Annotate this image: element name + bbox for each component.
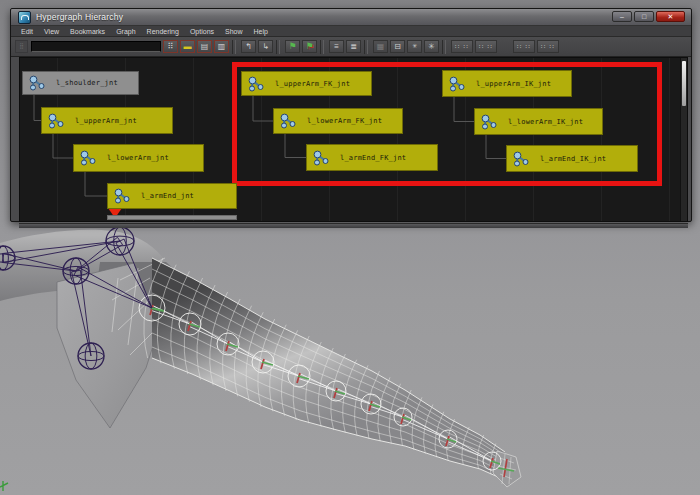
scapula-flap: [57, 263, 158, 428]
titlebar[interactable]: Hypergraph Hierarchy – □ ✕: [11, 9, 691, 26]
delete-bookmark-button[interactable]: ⚑: [302, 40, 317, 53]
partially-visible-node[interactable]: [107, 215, 237, 220]
graph-node-l_armEnd_IK_jnt[interactable]: l_armEnd_IK_jnt: [506, 145, 638, 172]
vertical-scrollbar-thumb[interactable]: [682, 61, 686, 106]
node-label: l_upperArm_FK_jnt: [275, 80, 350, 88]
graph-node-l_upperArm_FK_jnt[interactable]: l_upperArm_FK_jnt: [241, 71, 372, 96]
input-output-connections-button[interactable]: ▬: [180, 40, 195, 53]
joint-icon: [48, 113, 64, 129]
joint-icon: [449, 76, 465, 92]
graph-node-l_armEnd_jnt[interactable]: l_armEnd_jnt: [107, 183, 237, 209]
joint-icon: [114, 188, 130, 204]
maximize-button[interactable]: □: [634, 11, 654, 22]
show-relationships-button[interactable]: ∷ ∷: [475, 40, 497, 53]
minimize-button[interactable]: –: [612, 11, 632, 22]
joint-icon: [313, 150, 329, 166]
hypergraph-canvas[interactable]: l_shoulder_jnt l_upperArm_jnt l_lowerArm…: [19, 57, 688, 222]
graph-node-l_lowerArm_jnt[interactable]: l_lowerArm_jnt: [73, 144, 204, 172]
menu-item-edit[interactable]: Edit: [21, 27, 33, 36]
joint-icon: [29, 75, 45, 91]
window-title: Hypergraph Hierarchy: [36, 12, 123, 22]
toolbar: ⣿ ⠿▬▤▥↰↳⚑⚑≡≣▦⊟✳✳∷ ∷∷ ∷∷ ∷∷ ∷: [11, 37, 691, 57]
menu-item-show[interactable]: Show: [225, 27, 243, 36]
graph-node-l_lowerArm_FK_jnt[interactable]: l_lowerArm_FK_jnt: [273, 108, 403, 134]
expand-selection-button[interactable]: ✳: [407, 40, 422, 53]
collapse-selection-button[interactable]: ✳: [424, 40, 439, 53]
maya-app-icon: [18, 11, 31, 24]
view-axis-marker: [0, 481, 8, 491]
toolbar-separator: [232, 40, 236, 54]
scene-hierarchy-button[interactable]: ⠿: [163, 40, 178, 53]
node-label: l_armEnd_FK_jnt: [340, 154, 406, 162]
wrist-cap: [493, 451, 521, 487]
node-label: l_upperArm_jnt: [75, 117, 137, 125]
joint-icon: [280, 113, 296, 129]
create-bookmark-button[interactable]: ⚑: [285, 40, 300, 53]
toolbar-separator: [320, 40, 324, 54]
menu-item-options[interactable]: Options: [190, 27, 214, 36]
indented-list-button[interactable]: ≣: [346, 40, 361, 53]
node-label: l_upperArm_IK_jnt: [476, 80, 551, 88]
toolbar-grip[interactable]: ⣿: [15, 40, 28, 53]
maya-desktop: Hypergraph Hierarchy – □ ✕ EditViewBookm…: [0, 0, 700, 495]
graph-node-l_armEnd_FK_jnt[interactable]: l_armEnd_FK_jnt: [306, 144, 438, 171]
graph-downstream-button[interactable]: ↳: [258, 40, 273, 53]
joint-icon: [481, 114, 497, 130]
joint-icon: [248, 76, 264, 92]
menu-item-rendering[interactable]: Rendering: [147, 27, 179, 36]
node-label: l_armEnd_jnt: [141, 192, 194, 200]
layout-freeform-button[interactable]: ∷ ∷: [513, 40, 535, 53]
trace-dependency-button[interactable]: ∷ ∷: [451, 40, 473, 53]
graph-node-l_lowerArm_IK_jnt[interactable]: l_lowerArm_IK_jnt: [474, 108, 603, 135]
window-bottom-frame: [19, 223, 688, 228]
toolbar-separator: [442, 40, 446, 54]
list-view-button[interactable]: ≡: [329, 40, 344, 53]
frame-branch-button[interactable]: ⊟: [390, 40, 405, 53]
node-label: l_lowerArm_FK_jnt: [307, 117, 382, 125]
node-label: l_lowerArm_jnt: [107, 154, 169, 162]
frame-all-button[interactable]: ▦: [373, 40, 388, 53]
node-label: l_shoulder_jnt: [56, 79, 118, 87]
layout-automatic-button[interactable]: ∷ ∷: [537, 40, 559, 53]
graph-upstream-button[interactable]: ↰: [241, 40, 256, 53]
graph-node-l_upperArm_jnt[interactable]: l_upperArm_jnt: [41, 107, 173, 134]
menubar: EditViewBookmarksGraphRenderingOptionsSh…: [11, 26, 691, 37]
menu-item-help[interactable]: Help: [254, 27, 268, 36]
hypergraph-window: Hypergraph Hierarchy – □ ✕ EditViewBookm…: [10, 8, 692, 222]
menu-item-bookmarks[interactable]: Bookmarks: [70, 27, 105, 36]
output-connections-button[interactable]: ▥: [214, 40, 229, 53]
joint-icon: [513, 151, 529, 167]
toolbar-separator: [364, 40, 368, 54]
node-label: l_armEnd_IK_jnt: [540, 155, 606, 163]
graph-node-l_upperArm_IK_jnt[interactable]: l_upperArm_IK_jnt: [442, 70, 572, 97]
graph-node-l_shoulder_jnt[interactable]: l_shoulder_jnt: [22, 71, 139, 95]
node-label: l_lowerArm_IK_jnt: [508, 118, 583, 126]
close-button[interactable]: ✕: [656, 11, 685, 22]
menu-item-graph[interactable]: Graph: [116, 27, 135, 36]
vertical-scrollbar[interactable]: [680, 58, 687, 221]
menu-item-view[interactable]: View: [44, 27, 59, 36]
toolbar-separator: [276, 40, 280, 54]
node-filter-input[interactable]: [31, 41, 161, 52]
joint-icon: [80, 150, 96, 166]
input-connections-button[interactable]: ▤: [197, 40, 212, 53]
